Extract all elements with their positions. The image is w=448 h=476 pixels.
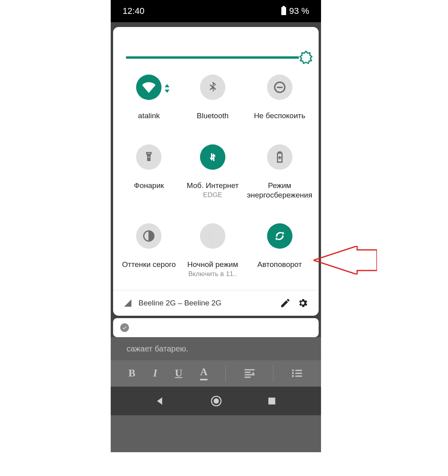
phone-frame: 12:40 93 % [111,0,321,452]
tile-bluetooth[interactable]: Bluetooth [181,75,245,121]
expand-icon[interactable] [164,84,170,94]
statusbar: 12:40 93 % [111,0,321,22]
tile-battery-saver-label: Режим энергосбережения [244,181,315,200]
svg-marker-1 [165,84,169,87]
underline-button[interactable]: U [175,367,183,379]
notification-strip[interactable] [113,318,319,337]
tile-bluetooth-label: Bluetooth [194,111,231,121]
nav-back-button[interactable] [155,395,166,407]
nav-recents-button[interactable] [267,396,277,406]
align-button[interactable] [244,368,256,378]
settings-button[interactable] [297,298,308,309]
brightness-track [126,56,306,59]
tile-mobile-data[interactable]: Моб. Интернет EDGE [181,144,245,200]
tile-grayscale-label: Оттенки серого [120,260,179,269]
bg-text-fragment: сажает батарею. [111,342,321,360]
wifi-icon [136,75,162,100]
background-app: сажает батарею. B I U A [111,337,321,452]
signal-icon [123,299,132,307]
svg-marker-0 [300,51,312,63]
clock: 12:40 [123,6,144,16]
tile-autorotate[interactable]: Автоповорот [244,223,315,278]
list-button[interactable] [291,369,303,378]
tile-flashlight[interactable]: Фонарик [117,144,181,200]
svg-point-6 [292,369,294,371]
brightness-slider[interactable] [113,27,319,63]
format-toolbar: B I U A [111,360,321,387]
battery-saver-icon [267,144,292,170]
nav-home-button[interactable] [210,395,223,407]
dnd-icon [267,75,292,100]
tile-wifi[interactable]: atalink [117,75,181,121]
carrier-text: Beeline 2G – Beeline 2G [138,299,221,307]
grayscale-icon [136,223,162,249]
toolbar-divider [225,365,226,382]
bluetooth-icon [200,75,225,100]
tile-dnd[interactable]: Не беспокоить [244,75,315,121]
tile-mobile-data-label: Моб. Интернет [184,181,241,190]
battery-percent: 93 % [289,6,309,16]
night-mode-icon [200,223,225,249]
tile-autorotate-label: Автоповорот [255,260,304,269]
svg-point-7 [292,372,294,374]
tile-battery-saver[interactable]: Режим энергосбережения [244,144,315,200]
text-color-button[interactable]: A [200,366,208,380]
bold-button[interactable]: B [129,367,135,379]
tile-night-mode-label: Ночной режим [185,260,240,269]
italic-button[interactable]: I [153,367,157,379]
edit-button[interactable] [280,298,291,309]
tile-flashlight-label: Фонарик [132,181,167,190]
qs-footer: Beeline 2G – Beeline 2G [113,290,319,316]
tile-wifi-label: atalink [136,111,162,121]
tile-dnd-label: Не беспокоить [252,111,308,121]
tile-night-mode-sub: Включить в 11.. [188,270,237,278]
tile-grayscale[interactable]: Оттенки серого [117,223,181,278]
brightness-thumb-icon[interactable] [299,50,313,65]
tiles-grid: atalink Bluetooth Не беспокоить [113,63,319,290]
svg-rect-11 [268,397,275,404]
nav-bar [111,387,321,415]
tile-mobile-data-sub: EDGE [203,191,222,199]
svg-marker-2 [165,90,169,93]
check-circle-icon [120,323,129,332]
battery-icon [281,7,286,15]
quick-settings-panel: atalink Bluetooth Не беспокоить [113,27,319,316]
autorotate-icon [267,223,292,249]
tile-night-mode[interactable]: Ночной режим Включить в 11.. [181,223,245,278]
mobile-data-icon [200,144,225,170]
svg-point-8 [292,375,294,377]
toolbar-divider [273,365,273,382]
flashlight-icon [136,144,162,170]
svg-rect-4 [277,87,283,88]
annotation-arrow [313,246,377,274]
svg-point-10 [213,398,219,403]
status-right: 93 % [281,6,309,16]
